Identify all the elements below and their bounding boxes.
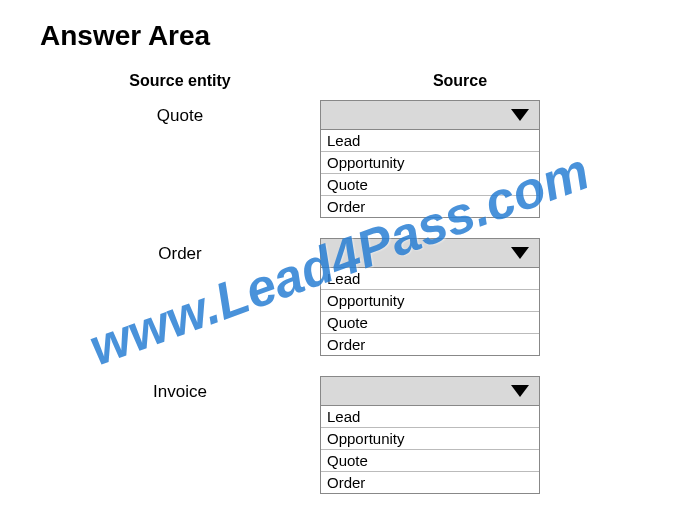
- dropdown-header-quote[interactable]: [320, 100, 540, 130]
- dropdown-header-invoice[interactable]: [320, 376, 540, 406]
- option-list-order: Lead Opportunity Quote Order: [320, 268, 540, 356]
- option-list-quote: Lead Opportunity Quote Order: [320, 130, 540, 218]
- option-list-invoice: Lead Opportunity Quote Order: [320, 406, 540, 494]
- option-item[interactable]: Order: [321, 334, 539, 355]
- dropdown-invoice[interactable]: Lead Opportunity Quote Order: [320, 376, 540, 494]
- entity-label-order: Order: [40, 238, 320, 264]
- option-item[interactable]: Quote: [321, 312, 539, 334]
- option-item[interactable]: Quote: [321, 174, 539, 196]
- dropdown-header-order[interactable]: [320, 238, 540, 268]
- row-quote: Quote Lead Opportunity Quote Order: [40, 100, 637, 218]
- row-order: Order Lead Opportunity Quote Order: [40, 238, 637, 356]
- option-item[interactable]: Lead: [321, 130, 539, 152]
- header-source: Source: [320, 72, 600, 90]
- option-item[interactable]: Opportunity: [321, 428, 539, 450]
- option-item[interactable]: Opportunity: [321, 290, 539, 312]
- header-source-entity: Source entity: [40, 72, 320, 90]
- option-item[interactable]: Lead: [321, 268, 539, 290]
- option-item[interactable]: Order: [321, 196, 539, 217]
- column-headers: Source entity Source: [40, 72, 637, 90]
- entity-label-invoice: Invoice: [40, 376, 320, 402]
- option-item[interactable]: Opportunity: [321, 152, 539, 174]
- option-item[interactable]: Quote: [321, 450, 539, 472]
- option-item[interactable]: Order: [321, 472, 539, 493]
- chevron-down-icon: [511, 247, 529, 259]
- page-title: Answer Area: [40, 20, 637, 52]
- entity-label-quote: Quote: [40, 100, 320, 126]
- dropdown-quote[interactable]: Lead Opportunity Quote Order: [320, 100, 540, 218]
- chevron-down-icon: [511, 385, 529, 397]
- chevron-down-icon: [511, 109, 529, 121]
- row-invoice: Invoice Lead Opportunity Quote Order: [40, 376, 637, 494]
- dropdown-order[interactable]: Lead Opportunity Quote Order: [320, 238, 540, 356]
- option-item[interactable]: Lead: [321, 406, 539, 428]
